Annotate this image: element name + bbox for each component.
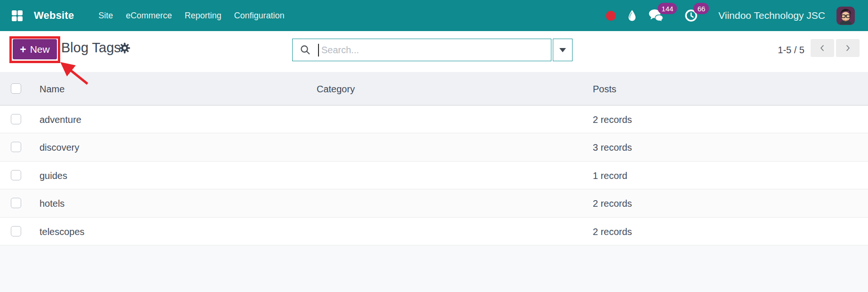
table-row-guides[interactable]: guides 1 record [0, 162, 868, 189]
table-row-hotels[interactable]: hotels 2 records [0, 189, 868, 217]
activities-button[interactable]: 66 [685, 9, 698, 22]
new-button[interactable]: + New [13, 39, 57, 59]
menu-item-reporting[interactable]: Reporting [184, 11, 221, 21]
empty-area-below-list [0, 245, 868, 292]
gear-icon[interactable] [119, 42, 131, 54]
chevron-left-icon [818, 43, 827, 53]
user-avatar[interactable] [836, 7, 855, 25]
messages-button[interactable]: 144 [648, 9, 664, 23]
cell-name: hotels [40, 189, 64, 217]
row-checkbox[interactable] [11, 170, 21, 180]
navbar-menu: Site eCommerce Reporting Configuration [98, 11, 284, 21]
top-navbar: Website Site eCommerce Reporting Configu… [0, 0, 868, 31]
column-header-category[interactable]: Category [317, 72, 355, 105]
record-dot-icon[interactable] [606, 11, 616, 21]
table-row-telescopes[interactable]: telescopes 2 records [0, 218, 868, 245]
search-input[interactable] [320, 44, 551, 56]
search-box [292, 39, 551, 61]
text-caret [318, 44, 319, 57]
water-drop-wrap[interactable] [627, 9, 637, 22]
new-button-label: New [30, 44, 50, 55]
apps-grid-icon[interactable] [12, 10, 23, 21]
row-checkbox[interactable] [11, 226, 21, 236]
pager-range: 1-5 / 5 [762, 39, 804, 61]
control-panel: + New Blog Tags 1-5 / 5 [0, 31, 868, 72]
row-checkbox[interactable] [11, 142, 21, 152]
search-options-dropdown[interactable] [553, 39, 573, 61]
cell-posts: 1 record [593, 162, 627, 189]
row-checkbox[interactable] [11, 198, 21, 208]
caret-down-icon [559, 48, 566, 52]
row-checkbox[interactable] [11, 114, 21, 124]
table-row-adventure[interactable]: adventure 2 records [0, 105, 868, 133]
cell-posts: 2 records [593, 189, 632, 217]
cell-name: telescopes [40, 218, 85, 245]
menu-item-configuration[interactable]: Configuration [234, 11, 284, 21]
page-title: Blog Tags [61, 31, 121, 62]
cell-posts: 3 records [593, 133, 632, 161]
column-header-posts[interactable]: Posts [593, 72, 616, 105]
water-drop-icon [627, 9, 637, 22]
search-icon [300, 44, 311, 56]
user-company-name[interactable]: Viindoo Technology JSC [718, 10, 825, 21]
cell-posts: 2 records [593, 218, 632, 245]
column-header-name[interactable]: Name [40, 72, 64, 105]
cell-name: adventure [40, 105, 81, 133]
activities-count-badge: 66 [693, 3, 709, 14]
pager-previous-button[interactable] [811, 39, 834, 57]
app-name[interactable]: Website [34, 9, 74, 22]
table-row-discovery[interactable]: discovery 3 records [0, 133, 868, 161]
pager-next-button[interactable] [836, 39, 860, 57]
chevron-right-icon [844, 43, 852, 53]
navbar-left: Website Site eCommerce Reporting Configu… [0, 0, 285, 31]
menu-item-ecommerce[interactable]: eCommerce [126, 11, 172, 21]
list-header-row: Name Category Posts [0, 72, 868, 105]
cell-name: discovery [40, 133, 79, 161]
plus-icon: + [20, 45, 26, 54]
messages-count-badge: 144 [658, 3, 677, 14]
list-body: adventure 2 records discovery 3 records … [0, 105, 868, 245]
menu-item-site[interactable]: Site [98, 11, 113, 21]
cell-posts: 2 records [593, 105, 632, 133]
select-all-checkbox[interactable] [11, 83, 21, 94]
cell-name: guides [40, 162, 67, 189]
navbar-right: 144 66 Viindoo Technology JSC [606, 0, 855, 31]
